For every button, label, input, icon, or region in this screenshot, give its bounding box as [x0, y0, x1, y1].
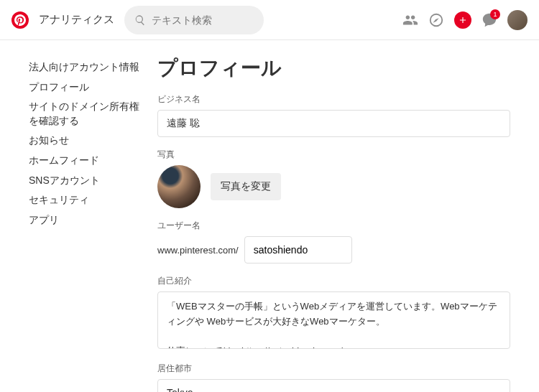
- field-username: ユーザー名 www.pinterest.com/: [157, 220, 510, 263]
- field-photo: 写真 写真を変更: [157, 149, 510, 208]
- page-title: プロフィール: [157, 55, 510, 82]
- sidebar-item-social[interactable]: SNSアカウント: [29, 171, 140, 191]
- about-label: 自己紹介: [157, 275, 510, 287]
- username-label: ユーザー名: [157, 220, 510, 232]
- pinterest-logo-icon[interactable]: [11, 11, 29, 29]
- sidebar-item-notifications[interactable]: お知らせ: [29, 131, 140, 151]
- username-input[interactable]: [244, 236, 352, 263]
- analytics-link[interactable]: アナリティクス: [39, 13, 114, 27]
- profile-photo: [157, 165, 201, 208]
- people-icon[interactable]: [402, 12, 418, 28]
- city-input[interactable]: [157, 379, 510, 392]
- about-textarea[interactable]: 「WEBマスターの手帳」というWebメディアを運営しています。Webマーケティン…: [157, 291, 510, 349]
- photo-label: 写真: [157, 149, 510, 161]
- search-box[interactable]: [124, 6, 264, 34]
- sidebar-item-homefeed[interactable]: ホームフィード: [29, 151, 140, 171]
- compass-icon[interactable]: [428, 12, 444, 28]
- user-avatar[interactable]: [507, 10, 528, 30]
- main-content: 法人向けアカウント情報 プロフィール サイトのドメイン所有権を確認する お知らせ…: [0, 40, 539, 392]
- notification-badge: 1: [490, 9, 500, 19]
- field-business-name: ビジネス名: [157, 93, 510, 137]
- change-photo-button[interactable]: 写真を変更: [211, 173, 281, 200]
- business-name-label: ビジネス名: [157, 93, 510, 106]
- settings-sidebar: 法人向けアカウント情報 プロフィール サイトのドメイン所有権を確認する お知らせ…: [29, 55, 140, 392]
- sidebar-item-business[interactable]: 法人向けアカウント情報: [29, 57, 140, 78]
- field-city: 居住都市: [157, 363, 510, 392]
- search-icon: [134, 14, 146, 26]
- sidebar-item-security[interactable]: セキュリティ: [29, 190, 140, 210]
- business-name-input[interactable]: [157, 110, 510, 137]
- profile-form: プロフィール ビジネス名 写真 写真を変更 ユーザー名 www.pinteres…: [157, 55, 510, 392]
- city-label: 居住都市: [157, 363, 510, 375]
- app-header: アナリティクス 1: [0, 0, 539, 40]
- sidebar-item-claim[interactable]: サイトのドメイン所有権を確認する: [29, 97, 140, 131]
- sidebar-item-profile[interactable]: プロフィール: [29, 78, 140, 98]
- url-prefix: www.pinterest.com/: [157, 245, 239, 256]
- search-input[interactable]: [152, 14, 254, 26]
- field-about: 自己紹介 「WEBマスターの手帳」というWebメディアを運営しています。Webマ…: [157, 275, 510, 351]
- messages-icon[interactable]: 1: [482, 12, 497, 28]
- add-button[interactable]: [454, 11, 471, 29]
- sidebar-item-apps[interactable]: アプリ: [29, 210, 140, 230]
